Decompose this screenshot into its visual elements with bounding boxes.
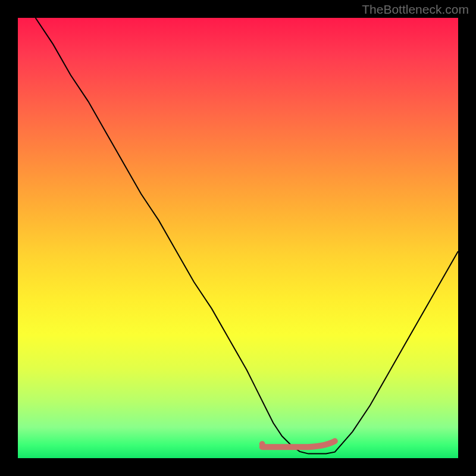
bottleneck-curve	[36, 18, 458, 454]
watermark-text: TheBottleneck.com	[362, 2, 469, 17]
chart-svg	[18, 18, 458, 458]
optimal-start-dot	[259, 441, 265, 447]
optimal-range-band	[262, 441, 335, 447]
chart-plot-area	[18, 18, 458, 458]
